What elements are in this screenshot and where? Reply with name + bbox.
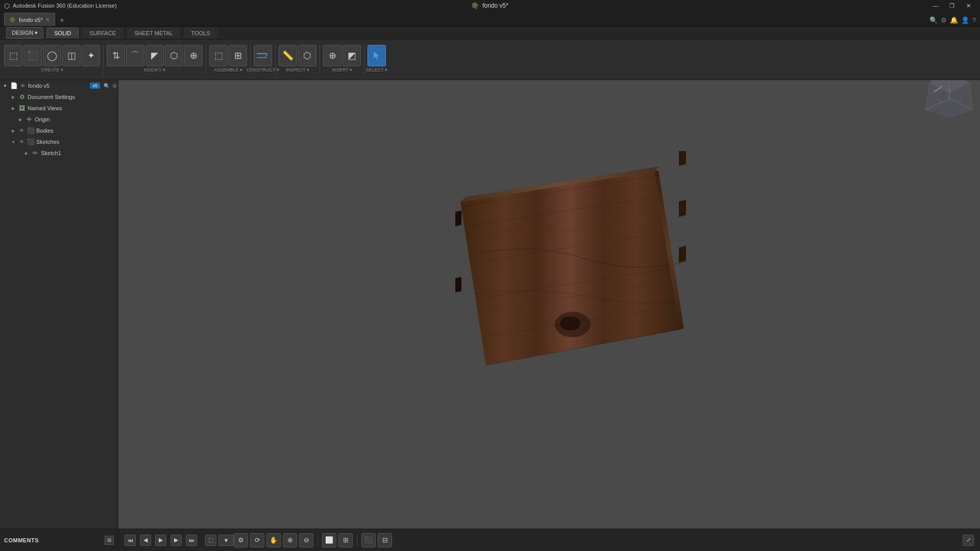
joint2 <box>679 199 686 217</box>
sketch1-label: Sketch1 <box>41 150 118 156</box>
chamfer-button[interactable]: ◤ <box>145 45 164 66</box>
document-tab[interactable]: 🪖 fondo v5* ✕ <box>4 13 55 26</box>
root-search-icon[interactable]: 🔍 <box>104 83 110 89</box>
timeline-prev-button[interactable]: ◀ <box>140 535 151 546</box>
viewport-settings-button[interactable]: ⚙ <box>234 533 248 547</box>
root-toggle-icon[interactable]: ▼ <box>2 83 8 89</box>
offset-plane-button[interactable] <box>254 45 272 66</box>
extrude-button[interactable]: ⬛ <box>23 45 42 66</box>
help-icon: ? <box>972 16 976 24</box>
comments-bar: COMMENTS ⊞ <box>0 529 118 551</box>
ground-plane-button[interactable]: ⊟ <box>378 533 392 547</box>
modify-group: ⇅ ⌒ ◤ ⬡ ⊕ MODIFY ▾ <box>107 45 203 73</box>
sketches-toggle[interactable]: ▼ <box>10 139 16 145</box>
wood-front-face <box>460 171 680 365</box>
sketches-eye-icon[interactable]: 👁 <box>18 138 25 145</box>
tree-root-item[interactable]: ▼ 📄 👁 fondo v5 v5 🔍 ⚙ <box>0 80 118 91</box>
sketches-icon: ⬛ <box>27 138 35 146</box>
insert-group: ⊕ ◩ INSERT ▾ <box>323 45 361 73</box>
tree-sketches[interactable]: ▼ 👁 ⬛ Sketches <box>0 136 118 147</box>
visual-style-button[interactable]: ⊞ <box>338 533 353 547</box>
surface-tab[interactable]: SURFACE <box>82 28 124 38</box>
inspect-label: INSPECT ▾ <box>286 67 309 72</box>
new-component-icon: ⬚ <box>9 50 18 61</box>
new-component-assemble-button[interactable]: ⬚ <box>209 45 228 66</box>
interference-icon: ⬡ <box>303 50 311 61</box>
wood-top-edge <box>460 166 659 202</box>
loft-button[interactable]: ✦ <box>82 45 100 66</box>
timeline-next-button[interactable]: ▶ <box>170 535 182 546</box>
fillet-button[interactable]: ⌒ <box>126 45 144 66</box>
timeline-start-button[interactable]: ⏮ <box>125 535 136 546</box>
svg-line-8 <box>472 245 666 276</box>
close-button[interactable]: ✕ <box>961 0 976 11</box>
doc-settings-toggle[interactable]: ▶ <box>10 94 16 100</box>
measure-button[interactable]: 📏 <box>279 45 297 66</box>
shell-button[interactable]: ⬡ <box>165 45 183 66</box>
titlebar-right: — ❐ ✕ <box>928 0 976 11</box>
create-group: ⬚ ⬛ ◯ ◫ ✦ CREATE ▾ <box>4 45 100 73</box>
zoom-button[interactable]: ⊕ <box>283 533 297 547</box>
doc-tab-helmet-icon: 🪖 <box>10 17 16 22</box>
timeline-play-button[interactable]: ▶ <box>155 535 166 546</box>
timeline-marker-button[interactable]: ▼ <box>218 535 234 546</box>
joint-icon: ⊞ <box>234 50 242 61</box>
press-pull-icon: ⇅ <box>112 50 120 61</box>
expand-timeline-button[interactable]: ⤢ <box>963 535 974 546</box>
settings-icon: ⚙ <box>941 16 947 24</box>
svg-line-10 <box>475 268 669 299</box>
root-eye-icon[interactable]: 👁 <box>19 82 27 89</box>
3d-model-view <box>430 151 695 416</box>
select-label: SELECT ▾ <box>366 67 387 72</box>
minimize-button[interactable]: — <box>928 0 943 11</box>
joint-button[interactable]: ⊞ <box>229 45 247 66</box>
origin-toggle[interactable]: ▶ <box>17 116 23 122</box>
named-views-toggle[interactable]: ▶ <box>10 105 16 111</box>
select-icon <box>372 51 382 61</box>
viewport[interactable]: FRONT BACK LEFT TOP <box>118 65 980 529</box>
tree-bodies[interactable]: ▶ 👁 ⬛ Bodies <box>0 125 118 136</box>
tools-tab[interactable]: TOOLS <box>184 28 218 38</box>
doc-settings-label: Document Settings <box>28 94 118 100</box>
new-component-button[interactable]: ⬚ <box>4 45 22 66</box>
titlebar-left: ⬡ Autodesk Fusion 360 (Education License… <box>4 2 117 10</box>
tree-sketch1[interactable]: ▶ ✏ Sketch1 <box>0 147 118 159</box>
sketch1-toggle[interactable]: ▶ <box>23 150 30 156</box>
insert-label: INSERT ▾ <box>332 67 352 72</box>
insert-derive-button[interactable]: ◩ <box>342 45 361 66</box>
svg-line-7 <box>471 233 665 263</box>
sweep-button[interactable]: ◫ <box>62 45 81 66</box>
viewcube-body[interactable]: FRONT BACK LEFT TOP <box>939 77 962 114</box>
insert-icon1: ⊕ <box>329 50 336 61</box>
svg-line-9 <box>474 257 668 288</box>
restore-button[interactable]: ❐ <box>944 0 960 11</box>
doc-tab-close-icon[interactable]: ✕ <box>45 17 50 22</box>
insert-mcmaster-button[interactable]: ⊕ <box>323 45 341 66</box>
solid-tab[interactable]: SOLID <box>46 28 79 38</box>
pan-button[interactable]: ✋ <box>266 533 281 547</box>
construct-group: CONSTRUCT ▾ <box>254 45 272 73</box>
timeline-end-button[interactable]: ⏭ <box>186 535 197 546</box>
design-workspace-button[interactable]: DESIGN ▾ <box>6 27 43 39</box>
display-mode-button[interactable]: ⬜ <box>322 533 336 547</box>
viewport-bottom-controls: ⚙ ⟳ ✋ ⊕ ⊖ ⬜ ⊞ ⬛ ⊟ <box>234 533 392 547</box>
revolve-button[interactable]: ◯ <box>43 45 61 66</box>
keyframe-mode-button[interactable]: ⬚ <box>205 535 216 546</box>
new-tab-button[interactable]: + <box>56 15 67 26</box>
bodies-eye-icon[interactable]: 👁 <box>18 127 25 134</box>
root-settings-icon[interactable]: ⚙ <box>112 83 117 89</box>
press-pull-button[interactable]: ⇅ <box>107 45 125 66</box>
interference-button[interactable]: ⬡ <box>298 45 316 66</box>
tree-named-views[interactable]: ▶ 🖼 Named Views <box>0 103 118 114</box>
sheet-metal-tab[interactable]: SHEET METAL <box>127 28 180 38</box>
select-button[interactable] <box>368 45 386 66</box>
orbit-button[interactable]: ⟳ <box>250 533 264 547</box>
bodies-toggle[interactable]: ▶ <box>10 128 16 134</box>
comments-settings-button[interactable]: ⊞ <box>105 536 114 545</box>
viewcube[interactable]: FRONT BACK LEFT TOP <box>929 75 970 116</box>
canvas-settings-button[interactable]: ⬛ <box>361 533 376 547</box>
zoom-out-button[interactable]: ⊖ <box>299 533 313 547</box>
scale-button[interactable]: ⊕ <box>184 45 203 66</box>
tree-document-settings[interactable]: ▶ ⚙ Document Settings <box>0 91 118 103</box>
tree-origin[interactable]: ▶ ✛ Origin <box>0 114 118 125</box>
